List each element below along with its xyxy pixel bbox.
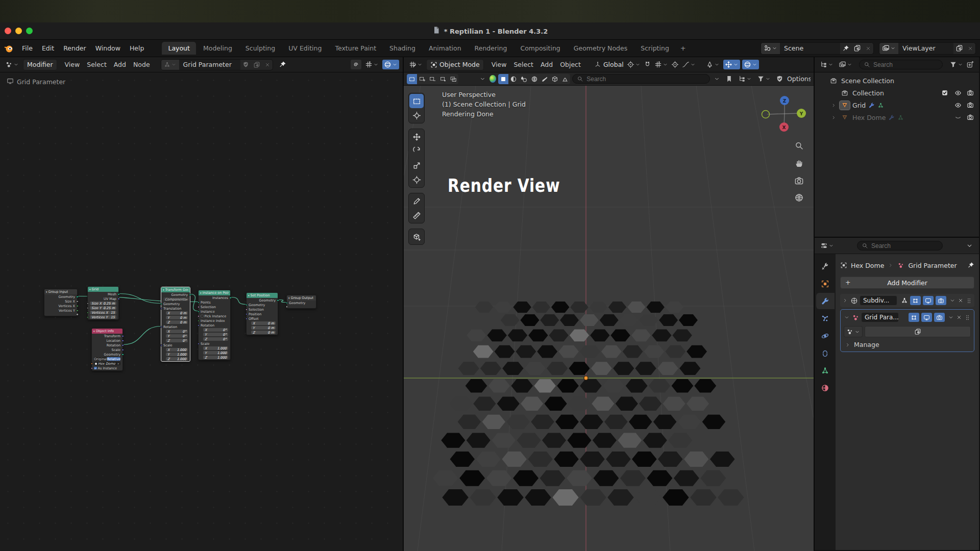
value-field[interactable]: Vertices X15 <box>90 311 116 314</box>
vector-field[interactable]: X1.000 <box>203 346 228 350</box>
tool-scaleic[interactable] <box>409 158 424 172</box>
bookmark-icon[interactable] <box>724 74 734 84</box>
node-row-vec[interactable]: Y0 m <box>161 315 190 320</box>
tab-layout[interactable]: Layout <box>162 42 196 55</box>
drag-handle-icon[interactable] <box>964 314 971 321</box>
snap-grid-icon[interactable] <box>363 60 380 69</box>
collapse-node-icon[interactable]: ▾ <box>200 292 202 294</box>
wrench-badge-icon[interactable] <box>868 102 875 109</box>
node-row-vec[interactable]: Z0° <box>161 338 190 343</box>
modifier-name-field[interactable]: Subdiv... <box>860 296 897 305</box>
viewport-overlays-toggle-icon[interactable] <box>742 60 759 69</box>
properties-tab-data[interactable] <box>816 362 835 379</box>
viewport-pan-hand-button[interactable] <box>791 156 806 171</box>
node-row-in[interactable]: Geometry <box>161 302 190 306</box>
blender-logo-icon[interactable] <box>4 43 14 54</box>
node-row-vec[interactable]: Z1.000 <box>199 355 230 360</box>
node-header[interactable]: ▾Object Info <box>92 329 122 334</box>
node-row-field[interactable]: Size Y0.25 m <box>88 306 118 310</box>
vector-field[interactable]: Z0 m <box>251 331 276 334</box>
node-row-in[interactable]: Selection <box>247 307 278 312</box>
material-preview-sphere-icon[interactable] <box>489 75 496 83</box>
node-set-position[interactable]: ▾Set PositionGeometryGeometrySelectionPo… <box>246 292 278 335</box>
viewport-menu-object[interactable]: Object <box>556 59 584 70</box>
node-row-vin[interactable] <box>287 305 316 308</box>
extras-chevron-icon[interactable] <box>949 297 955 304</box>
delete-scene-button[interactable] <box>863 43 873 54</box>
viewport-menu-view[interactable]: View <box>488 59 510 70</box>
collapse-node-icon[interactable]: ▾ <box>93 330 95 333</box>
pivot-point-dropdown[interactable] <box>625 60 642 69</box>
outliner-item-grid[interactable]: Grid <box>815 99 979 111</box>
wrench-badge-icon[interactable] <box>888 114 895 121</box>
gizmos-toggle-icon[interactable] <box>723 60 740 69</box>
node-header[interactable]: ▾Grid <box>88 287 118 292</box>
new-collection-button[interactable] <box>965 60 975 69</box>
segmented-toggle[interactable]: OriginalRelative <box>94 357 120 361</box>
tab-scripting[interactable]: Scripting <box>634 42 675 55</box>
remove-modifier-icon[interactable] <box>956 314 962 320</box>
pin-id-icon[interactable] <box>967 262 974 269</box>
node-row-check[interactable]: Pick Instance <box>199 314 230 318</box>
properties-tab-object[interactable] <box>816 276 835 292</box>
checkbox-row[interactable]: ✓As Instance <box>94 366 117 370</box>
vector-field[interactable]: Z0 m <box>166 320 188 324</box>
browse-node-group-icon[interactable] <box>161 60 179 70</box>
filter-boxic[interactable] <box>550 74 560 84</box>
tool-addcube[interactable] <box>409 230 424 244</box>
vector-field[interactable]: X1.000 <box>166 348 188 352</box>
tool-transformic[interactable] <box>409 172 424 187</box>
toggle-camera-icon[interactable] <box>967 114 974 121</box>
tab-modeling[interactable]: Modeling <box>197 42 238 55</box>
viewport-menu-select[interactable]: Select <box>510 59 537 70</box>
value-field[interactable]: Size X0.25 m <box>90 302 116 305</box>
node-editor-menu-view[interactable]: View <box>61 59 84 70</box>
tool-annotate[interactable] <box>409 194 424 208</box>
node-row-in[interactable]: Translation <box>161 306 190 311</box>
collapse-node-icon[interactable]: ▾ <box>163 289 164 291</box>
node-row-seg[interactable]: OriginalRelative <box>92 357 122 361</box>
vector-field[interactable]: Y0 m <box>166 316 188 319</box>
snap-spiral-icon[interactable] <box>351 60 361 69</box>
editor-type-3d-viewport-icon[interactable] <box>407 60 424 69</box>
collapse-node-icon[interactable]: ▾ <box>288 297 290 299</box>
delete-viewlayer-button[interactable] <box>965 43 975 54</box>
node-row-vout[interactable] <box>44 313 77 316</box>
filter-globe2[interactable] <box>529 74 540 84</box>
outliner-filter-dropdown[interactable] <box>948 60 965 69</box>
navigation-gizmo[interactable]: Z Y X <box>760 89 809 138</box>
toggle-camera-icon[interactable] <box>967 89 974 96</box>
node-row-field[interactable]: Size X0.25 m <box>88 301 118 306</box>
toggle-realtime-display-button[interactable] <box>921 313 932 322</box>
node-row-vec[interactable]: Y0 m <box>247 325 278 330</box>
node-row-vec[interactable]: Y0° <box>161 334 190 338</box>
segment-original[interactable]: Original <box>94 357 107 361</box>
toggle-editmode-display-button[interactable] <box>910 296 921 305</box>
new-scene-button[interactable] <box>851 43 863 54</box>
node-row-in[interactable]: Geometry <box>287 300 316 305</box>
node-row-vec[interactable]: X1.000 <box>199 346 230 350</box>
proportional-editing-icon[interactable] <box>670 60 680 69</box>
node-group-output[interactable]: ▾Group OutputGeometry <box>286 295 316 309</box>
options-button[interactable]: Options <box>787 75 811 83</box>
breadcrumb-modifier[interactable]: Grid Parameter <box>908 262 957 269</box>
clear-object-icon[interactable]: × <box>117 362 119 366</box>
tool-rotate[interactable] <box>409 144 424 158</box>
outliner-scope-dropdown[interactable] <box>837 60 854 69</box>
properties-tab-physics[interactable] <box>816 328 835 344</box>
object-field[interactable]: Hex Dome× <box>94 362 120 365</box>
tool-move[interactable] <box>409 130 424 144</box>
tab-sculpting[interactable]: Sculpting <box>239 42 281 55</box>
tab-animation[interactable]: Animation <box>423 42 468 55</box>
gizmo-y-negative-axis[interactable] <box>762 111 770 118</box>
unlink-node-group-button[interactable] <box>262 60 273 70</box>
menu-render[interactable]: Render <box>59 42 91 54</box>
node-row-vec[interactable]: X0 m <box>247 321 278 325</box>
node-row-in[interactable]: Scale <box>161 343 190 347</box>
expand-chevron-icon[interactable] <box>831 115 837 120</box>
outliner-display-mode-dropdown[interactable] <box>818 60 835 69</box>
filter-brush[interactable] <box>540 74 550 84</box>
node-row-in[interactable]: Offset <box>247 316 278 321</box>
tool-chevron-icon[interactable] <box>478 74 487 83</box>
value-field[interactable]: Size Y0.25 m <box>90 306 116 310</box>
